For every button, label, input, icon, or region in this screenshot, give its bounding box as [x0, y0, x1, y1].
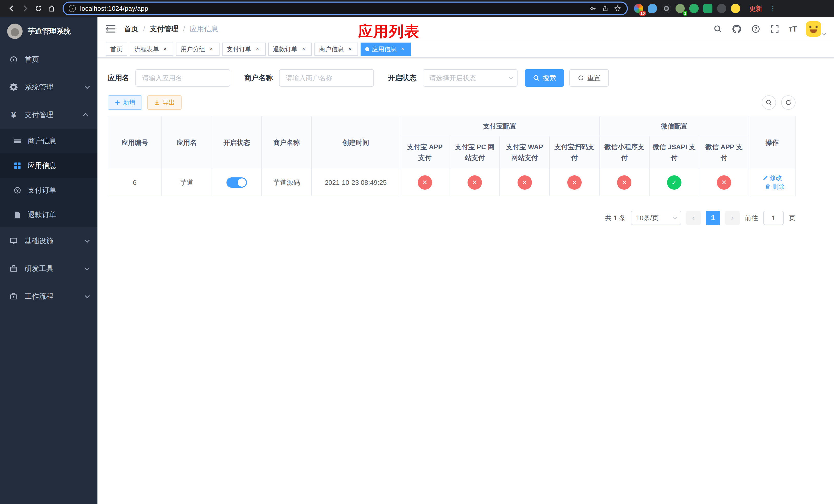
tab-flow-form[interactable]: 流程表单 × [130, 43, 173, 56]
tab-home[interactable]: 首页 [106, 43, 127, 56]
wechat-extension-icon[interactable] [689, 4, 699, 13]
reload-icon[interactable] [32, 2, 45, 15]
close-icon[interactable]: × [346, 46, 353, 53]
col-header-alipay-pc: 支付宝 PC 网站支付 [450, 136, 500, 169]
pin-extension-icon[interactable] [717, 4, 726, 13]
sidebar-item-system[interactable]: 系统管理 [0, 73, 97, 101]
extensions-tray: 10 1 [634, 4, 740, 13]
forward-icon[interactable] [19, 2, 32, 15]
extension-dark-icon[interactable] [662, 4, 671, 13]
app-name-input[interactable] [135, 69, 230, 87]
edit-link[interactable]: 修改 [763, 174, 782, 182]
sidebar-item-merchant-info[interactable]: 商户信息 [0, 129, 97, 153]
merchant-name-input[interactable] [279, 69, 374, 87]
password-key-icon[interactable] [589, 4, 597, 13]
back-icon[interactable] [5, 2, 19, 15]
pencil-icon [763, 175, 768, 181]
github-icon[interactable] [732, 24, 742, 34]
bookmark-star-icon[interactable] [613, 4, 622, 13]
filter-form: 应用名 商户名称 开启状态 请选择开启状态 搜索 重置 [108, 69, 824, 87]
edit-link-label: 修改 [770, 174, 782, 182]
sidebar-item-label: 基础设施 [25, 236, 53, 246]
page-title: 应用列表 [358, 22, 420, 42]
breadcrumb-home[interactable]: 首页 [124, 24, 138, 34]
logo-avatar [7, 24, 23, 39]
home-icon[interactable] [45, 2, 59, 15]
user-avatar[interactable] [806, 21, 826, 37]
extension-drop-icon[interactable] [648, 4, 657, 13]
document-icon [13, 211, 22, 219]
prev-page-button[interactable]: ‹ [686, 211, 701, 225]
chevron-down-icon [85, 265, 90, 271]
sidebar-item-home[interactable]: 首页 [0, 46, 97, 73]
page-info-icon[interactable]: i [69, 5, 76, 12]
goto-page-input[interactable] [763, 211, 784, 225]
group-header-alipay: 支付宝配置 [400, 116, 599, 136]
sidebar-item-infrastructure[interactable]: 基础设施 [0, 227, 97, 255]
sidebar-item-payment[interactable]: ¥ 支付管理 [0, 101, 97, 129]
sidebar-item-refund-orders[interactable]: 退款订单 [0, 203, 97, 227]
tab-refund-orders[interactable]: 退款订单 × [268, 43, 312, 56]
emoji-extension-icon[interactable] [731, 4, 740, 13]
close-icon[interactable]: × [208, 46, 215, 53]
col-header-wechat-jsapi: 微信 JSAPI 支付 [649, 136, 699, 169]
chrome-update-button[interactable]: 更新 [746, 3, 765, 14]
reset-button[interactable]: 重置 [569, 69, 609, 87]
address-bar[interactable]: i localhost:1024/pay/app [63, 2, 628, 15]
search-button[interactable]: 搜索 [525, 69, 564, 87]
col-header-created: 创建时间 [312, 116, 400, 169]
chevron-up-icon [83, 113, 88, 118]
cell-wechat-jsapi: ✓ [649, 169, 699, 196]
share-icon[interactable] [601, 4, 609, 13]
search-icon[interactable] [713, 24, 723, 34]
sidebar-item-pay-orders[interactable]: 支付订单 [0, 178, 97, 203]
monitor-icon [9, 237, 18, 245]
refresh-icon[interactable] [781, 95, 795, 110]
breadcrumb-current: 应用信息 [190, 24, 219, 34]
config-status-icon: ✕ [418, 175, 432, 190]
page-size-value: 10条/页 [636, 213, 659, 223]
sidebar-item-label: 首页 [25, 54, 39, 64]
chevron-down-icon [822, 31, 827, 36]
tab-app-info[interactable]: 应用信息 × [360, 43, 411, 56]
export-button[interactable]: 导出 [147, 95, 181, 110]
sidebar-collapse-icon[interactable] [106, 24, 116, 34]
fullscreen-icon[interactable] [770, 24, 780, 34]
next-page-button[interactable]: › [725, 211, 740, 225]
tab-merchant-info[interactable]: 商户信息 × [314, 43, 358, 56]
toggle-search-icon[interactable] [762, 95, 776, 110]
profile-badge: 1 [683, 11, 687, 16]
help-icon[interactable] [751, 24, 761, 34]
col-header-wechat-app: 微信 APP 支付 [699, 136, 749, 169]
yen-icon: ¥ [9, 111, 18, 119]
profile-avatar-icon[interactable]: 1 [676, 4, 685, 13]
page-content: 应用名 商户名称 开启状态 请选择开启状态 搜索 重置 [97, 58, 834, 225]
add-button[interactable]: 新增 [108, 95, 142, 110]
page-size-select[interactable]: 10条/页 [631, 211, 681, 225]
status-toggle[interactable] [226, 177, 247, 188]
close-icon[interactable]: × [254, 46, 261, 53]
app-logo[interactable]: 芋道管理系统 [0, 17, 97, 46]
font-size-icon[interactable]: ᴛT [789, 25, 797, 33]
status-select[interactable]: 请选择开启状态 [423, 69, 518, 87]
group-header-wechat: 微信配置 [599, 116, 749, 136]
tab-pay-orders[interactable]: 支付订单 × [222, 43, 266, 56]
sidebar-item-app-info[interactable]: 应用信息 [0, 153, 97, 178]
close-icon[interactable]: × [399, 46, 406, 53]
breadcrumb-payment[interactable]: 支付管理 [150, 24, 178, 34]
close-icon[interactable]: × [161, 46, 169, 53]
sidebar-item-workflow[interactable]: 工作流程 [0, 282, 97, 310]
extension-colorwheel-icon[interactable]: 10 [634, 4, 643, 13]
url-text[interactable]: localhost:1024/pay/app [80, 5, 585, 12]
notes-extension-icon[interactable] [703, 4, 712, 13]
header-actions: ᴛT [713, 21, 826, 37]
browser-menu-icon[interactable]: ⋮ [769, 5, 776, 13]
cell-alipay-wap: ✕ [500, 169, 549, 196]
cell-wechat-app: ✕ [699, 169, 749, 196]
close-icon[interactable]: × [300, 46, 307, 53]
page-number-1[interactable]: 1 [706, 211, 720, 225]
cell-alipay-pc: ✕ [450, 169, 500, 196]
tab-user-group[interactable]: 用户分组 × [176, 43, 220, 56]
delete-link[interactable]: 删除 [765, 183, 785, 191]
sidebar-item-dev-tools[interactable]: 研发工具 [0, 255, 97, 282]
